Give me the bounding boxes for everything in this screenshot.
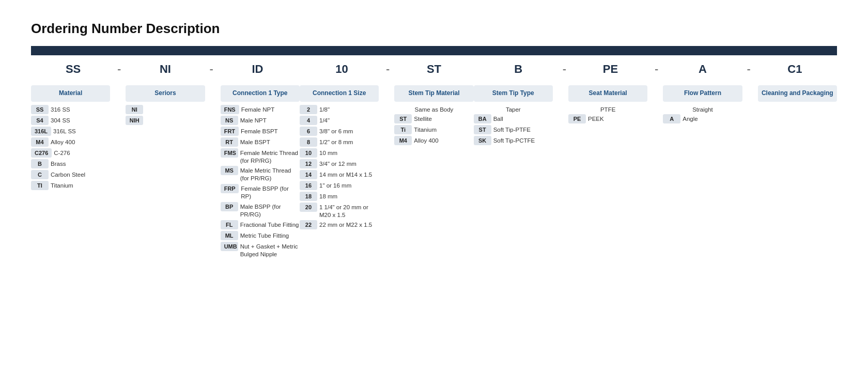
stem-tip-type-section: TaperBABallSTSoft Tip-PTFESKSoft Tip-PCT… — [474, 105, 553, 145]
entry-code: UMB — [221, 242, 238, 251]
entry-label: Male NPT — [240, 117, 267, 125]
sep4: - — [561, 63, 568, 76]
sep3: - — [384, 63, 392, 76]
list-item: 63/8" or 6 mm — [300, 127, 379, 136]
entry-code: M4 — [31, 137, 49, 147]
entry-label: 316L SS — [53, 128, 76, 135]
entry-label: Titanium — [51, 182, 73, 190]
entry-label: 1/8" — [319, 106, 330, 114]
entry-label: 1/2" or 8 mm — [319, 138, 353, 146]
entry-label: Metric Tube Fitting — [240, 232, 289, 240]
list-item: AAngle — [663, 114, 742, 123]
list-item: NIH — [126, 116, 205, 125]
entry-code: NI — [126, 105, 143, 114]
entry-code: 22 — [300, 220, 317, 229]
conn1-size-section: 21/8"41/4"63/8" or 6 mm81/2" or 8 mm1010… — [300, 105, 379, 230]
material-section: SS316 SSS4304 SS316L316L SSM4Alloy 400C2… — [31, 105, 110, 190]
list-item: STSoft Tip-PTFE — [474, 125, 553, 134]
entry-label: Nut + Gasket + Metric Bulged Nipple — [240, 243, 300, 258]
list-item: BABall — [474, 114, 553, 123]
standalone-label: Same as Body — [394, 106, 473, 113]
seat-material-section: PTFEPEPEEK — [568, 105, 647, 123]
entry-label: Alloy 400 — [51, 138, 75, 146]
ordering-table: SS - NI - ID 10 - ST B - PE - A - C1 Mat… — [31, 55, 837, 258]
entry-label: Male BSPP (for PR/RG) — [240, 203, 300, 219]
list-item: STStellite — [394, 114, 473, 123]
list-item: 123/4" or 12 mm — [300, 159, 379, 168]
entry-code: 18 — [300, 192, 317, 201]
entry-code: 20 — [300, 203, 317, 212]
entry-label: Soft Tip-PCTFE — [493, 137, 535, 145]
entry-label: 1 1/4" or 20 mm or M20 x 1.5 — [319, 204, 379, 219]
header-series: Seriors — [126, 85, 205, 102]
list-item: 81/2" or 8 mm — [300, 137, 379, 147]
list-item: TiTitanium — [394, 125, 473, 134]
list-item: 1818 mm — [300, 192, 379, 201]
entry-code: 14 — [300, 170, 317, 179]
entry-label: Female BSPT — [241, 128, 278, 135]
entry-code: 2 — [300, 105, 317, 114]
code-pe: PE — [568, 63, 653, 76]
list-item: FRTFemale BSPT — [221, 127, 300, 136]
list-item: 1414 mm or M14 x 1.5 — [300, 170, 379, 179]
entry-label: Male BSPT — [240, 138, 270, 146]
entry-code: RT — [221, 137, 238, 147]
standalone-label: Straight — [663, 106, 742, 113]
entry-label: 304 SS — [51, 117, 70, 125]
header-stem-tip-type: Stem Tip Type — [474, 85, 553, 102]
entry-label: 1/4" — [319, 117, 330, 125]
list-item: M4Alloy 400 — [31, 137, 110, 147]
list-item: FRPFemale BSPP (for RP) — [221, 184, 300, 200]
entry-code: FNS — [221, 105, 239, 114]
conn1-type-section: FNSFemale NPTNSMale NPTFRTFemale BSPTRTM… — [221, 105, 300, 258]
entry-label: Carbon Steel — [51, 171, 85, 179]
list-item: 316L316L SS — [31, 127, 110, 136]
entry-code: Ti — [394, 125, 412, 134]
entry-code: SS — [31, 105, 49, 114]
code-c1: C1 — [753, 63, 837, 76]
stem-tip-material-section: Same as BodySTStelliteTiTitaniumM4Alloy … — [394, 105, 473, 145]
entry-label: 1" or 16 mm — [319, 182, 351, 190]
header-row: Material Seriors Connection 1 Type Conne… — [31, 85, 837, 102]
entry-label: 14 mm or M14 x 1.5 — [319, 171, 372, 179]
entry-code: A — [663, 114, 680, 123]
header-cleaning: Cleaning and Packaging — [758, 85, 837, 102]
entry-code: 10 — [300, 148, 317, 158]
entry-code: BP — [221, 202, 238, 211]
list-item: NSMale NPT — [221, 116, 300, 125]
code-10: 10 — [300, 63, 384, 76]
list-item: SKSoft Tip-PCTFE — [474, 136, 553, 145]
code-a: A — [660, 63, 745, 76]
entry-label: Male Metric Thread (for PR/RG) — [240, 167, 300, 182]
entry-code: 316L — [31, 127, 51, 136]
standalone-label: Taper — [474, 106, 553, 113]
header-conn1-size: Connection 1 Size — [300, 85, 379, 102]
list-item: 41/4" — [300, 116, 379, 125]
entry-label: Female BSPP (for RP) — [241, 185, 300, 200]
list-item: M4Alloy 400 — [394, 136, 473, 145]
entry-code: NIH — [126, 116, 143, 125]
list-item: NI — [126, 105, 205, 114]
header-conn1-type: Connection 1 Type — [221, 85, 300, 102]
entry-label: Soft Tip-PTFE — [493, 126, 531, 134]
list-item: FMSFemale Metric Thread (for RP/RG) — [221, 148, 300, 165]
code-ss: SS — [31, 63, 115, 76]
entry-label: Female Metric Thread (for RP/RG) — [240, 149, 300, 165]
entry-label: Alloy 400 — [414, 137, 438, 145]
entry-code: C276 — [31, 148, 52, 158]
list-item: 161" or 16 mm — [300, 181, 379, 190]
list-item: FLFractional Tube Fitting — [221, 220, 300, 229]
entry-code: ST — [474, 125, 491, 134]
entry-code: M4 — [394, 136, 412, 145]
entry-label: Brass — [51, 160, 66, 168]
code-b: B — [476, 63, 561, 76]
entry-label: 316 SS — [51, 106, 70, 114]
entry-code: S4 — [31, 116, 49, 125]
flow-pattern-section: StraightAAngle — [663, 105, 742, 123]
list-item: PEPEEK — [568, 114, 647, 123]
entry-label: 18 mm — [319, 193, 337, 200]
header-seat-material: Seat Material — [568, 85, 647, 102]
entry-code: FL — [221, 220, 238, 229]
header-stem-tip-material: Stem Tip Material — [394, 85, 473, 102]
entry-label: Titanium — [414, 126, 437, 134]
